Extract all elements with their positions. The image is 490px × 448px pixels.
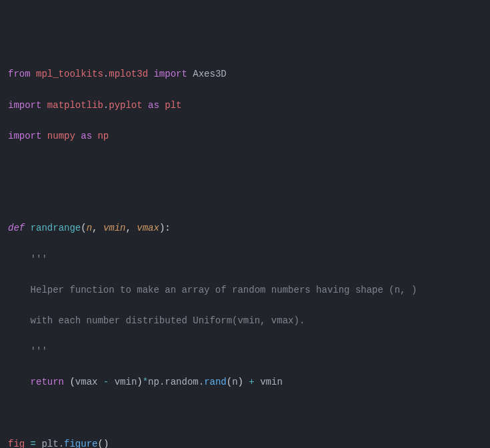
module: mpl_toolkits: [36, 69, 103, 79]
minus-op: -: [97, 377, 114, 387]
symbol: Axes3D: [193, 69, 226, 79]
call: rand: [204, 377, 227, 387]
keyword-import: import: [8, 100, 41, 111]
code-line: def randrange(n, vmin, vmax):: [8, 221, 482, 236]
keyword-return: return: [31, 377, 64, 387]
module: mplot3d: [109, 69, 148, 79]
docstring-quote: ''': [31, 254, 47, 265]
code-line: return (vmax - vmin)*np.random.rand(n) +…: [8, 375, 482, 390]
mult-op: *: [143, 377, 148, 387]
keyword-def: def: [8, 223, 25, 233]
var: fig: [8, 439, 25, 448]
param: vmax: [137, 223, 159, 233]
code-line: ''': [8, 344, 482, 359]
blank-line: [8, 405, 482, 421]
blank-line: [8, 159, 482, 175]
code-line: import numpy as np: [8, 129, 482, 144]
code-line: from mpl_toolkits.mplot3d import Axes3D: [8, 67, 482, 82]
code-line: ''': [8, 252, 482, 267]
docstring-quote: ''': [31, 346, 47, 357]
code-line: fig = plt.figure(): [8, 437, 482, 448]
call: figure: [64, 439, 97, 448]
code-line: Helper function to make an array of rand…: [8, 283, 482, 298]
keyword-as: as: [148, 100, 159, 111]
param: vmin: [103, 223, 126, 233]
docstring: Helper function to make an array of rand…: [31, 285, 417, 295]
param: n: [87, 223, 92, 233]
keyword-import: import: [153, 69, 187, 79]
function-name: randrange: [31, 223, 81, 233]
keyword-as: as: [81, 131, 92, 141]
code-editor: from mpl_toolkits.mplot3d import Axes3D …: [8, 67, 482, 448]
docstring: with each number distributed Uniform(vmi…: [31, 315, 305, 326]
keyword-import: import: [8, 131, 41, 141]
plus-op: +: [243, 377, 260, 387]
keyword-from: from: [8, 69, 31, 79]
alias: plt: [165, 100, 181, 111]
alias: np: [97, 131, 109, 141]
code-line: with each number distributed Uniform(vmi…: [8, 313, 482, 329]
blank-line: [8, 190, 482, 205]
code-line: import matplotlib.pyplot as plt: [8, 98, 482, 113]
